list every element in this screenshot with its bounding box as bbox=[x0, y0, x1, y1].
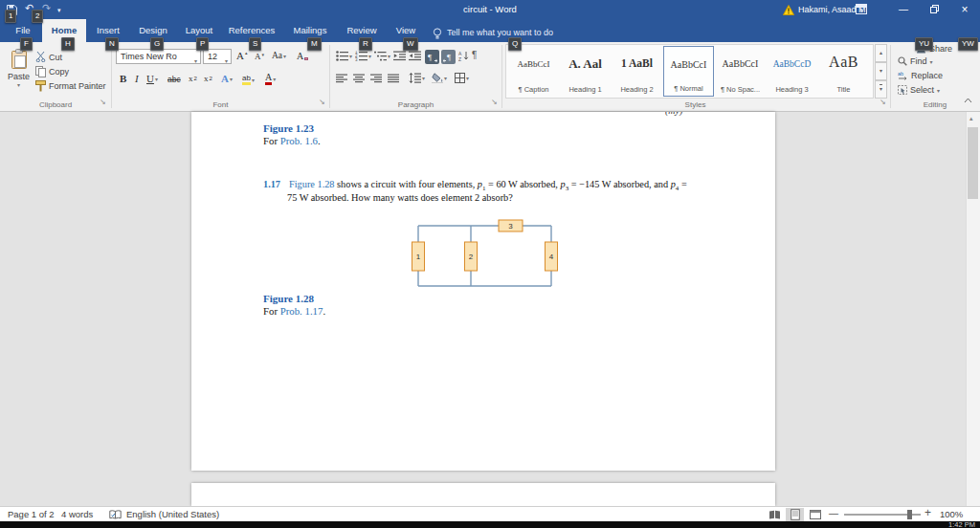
clipped-text: (my) bbox=[665, 112, 713, 116]
shrink-font-button[interactable]: A▾ bbox=[255, 52, 264, 61]
styles-dialog-launcher[interactable]: ↘ bbox=[880, 99, 886, 106]
format-painter-button[interactable]: Format Painter bbox=[35, 80, 106, 92]
superscript-button[interactable]: x2 bbox=[204, 74, 212, 83]
align-left-button[interactable] bbox=[336, 74, 347, 83]
italic-button[interactable]: I bbox=[135, 73, 139, 84]
font-dialog-launcher[interactable]: ↘ bbox=[319, 99, 325, 106]
styles-scroll-down-button[interactable]: ▾ bbox=[875, 62, 887, 80]
zoom-in-button[interactable]: + bbox=[924, 507, 931, 518]
zoom-out-button[interactable]: — bbox=[829, 508, 838, 519]
find-button[interactable]: Find ▾ bbox=[898, 56, 933, 66]
font-name-select[interactable]: Times New Ro▾ bbox=[116, 49, 201, 64]
subscript-number: 2 bbox=[194, 76, 197, 81]
keytip-file: F bbox=[20, 37, 33, 51]
paragraph-dialog-launcher[interactable]: ↘ bbox=[491, 99, 498, 106]
keytip-share-a: YU bbox=[915, 37, 933, 51]
paste-button[interactable]: Paste ▾ bbox=[3, 45, 34, 99]
numbering-button[interactable]: 123 ▾ bbox=[355, 51, 371, 61]
problem-number: 1.17 bbox=[263, 179, 280, 189]
paint-bucket-icon bbox=[432, 73, 443, 83]
proofing-button[interactable] bbox=[109, 510, 122, 519]
minimize-button[interactable]: — bbox=[888, 0, 919, 19]
style-title[interactable]: AaB Title bbox=[818, 46, 869, 97]
borders-button[interactable]: ▾ bbox=[455, 73, 469, 83]
prob-1-17-link[interactable]: Prob. 1.17 bbox=[280, 305, 323, 317]
style-heading1[interactable]: A. Aal Heading 1 bbox=[560, 46, 611, 97]
decrease-indent-button[interactable] bbox=[393, 51, 406, 61]
underline-button[interactable]: U▾ bbox=[146, 73, 158, 84]
chevron-down-icon: ▾ bbox=[368, 53, 371, 59]
sort-button[interactable]: AZ bbox=[458, 51, 469, 61]
line-spacing-button[interactable]: ▾ bbox=[409, 73, 425, 83]
font-size-select[interactable]: 12▾ bbox=[203, 49, 232, 64]
style-preview: 1 AaBl bbox=[612, 57, 662, 69]
ribbon-display-options-button[interactable] bbox=[856, 4, 867, 14]
rtl-direction-button[interactable]: ¶ bbox=[441, 50, 456, 64]
change-case-button[interactable]: Aa▾ bbox=[272, 51, 286, 60]
bold-button[interactable]: B bbox=[120, 73, 126, 84]
style-heading3[interactable]: AaBbCcD Heading 3 bbox=[767, 46, 817, 97]
shading-button[interactable]: ▾ bbox=[432, 73, 447, 83]
text-effects-label: A bbox=[221, 73, 229, 84]
clipboard-dialog-launcher[interactable]: ↘ bbox=[100, 99, 106, 106]
group-separator bbox=[501, 45, 502, 108]
font-color-button[interactable]: A▾ bbox=[265, 73, 276, 85]
print-layout-button[interactable] bbox=[786, 508, 804, 521]
figure-1-28-link[interactable]: Figure 1.28 bbox=[289, 179, 334, 189]
cut-button[interactable]: Cut bbox=[35, 52, 62, 62]
scroll-up-arrow[interactable]: ▴ bbox=[969, 115, 973, 122]
replace-button[interactable]: ab Replace bbox=[898, 71, 943, 80]
svg-text:ab: ab bbox=[898, 71, 903, 77]
minimize-icon: — bbox=[899, 4, 908, 14]
prob-1-6-link[interactable]: Prob. 1.6 bbox=[280, 135, 318, 146]
decrease-indent-icon bbox=[393, 51, 406, 61]
multilevel-list-button[interactable]: ▾ bbox=[374, 51, 390, 61]
style-label: ¶ Normal bbox=[665, 84, 712, 93]
svg-text:3: 3 bbox=[355, 57, 358, 61]
align-justify-button[interactable] bbox=[388, 74, 399, 83]
word-count[interactable]: 4 words bbox=[61, 509, 93, 520]
caption-text: . bbox=[318, 135, 321, 146]
format-painter-label: Format Painter bbox=[49, 81, 106, 91]
subscript-button[interactable]: x2 bbox=[189, 74, 197, 83]
zoom-slider-thumb[interactable] bbox=[907, 510, 912, 519]
copy-button[interactable]: Copy bbox=[35, 66, 69, 77]
restore-button[interactable] bbox=[919, 0, 949, 19]
align-center-button[interactable] bbox=[353, 74, 365, 83]
cut-icon bbox=[35, 52, 46, 62]
strikethrough-button[interactable]: abc bbox=[167, 75, 181, 84]
ltr-direction-button[interactable]: ¶ bbox=[425, 50, 439, 64]
keytip-layout: P bbox=[196, 37, 209, 51]
scrollbar-thumb[interactable] bbox=[968, 127, 978, 199]
font-name-value: Times New Ro bbox=[121, 52, 177, 61]
web-layout-button[interactable] bbox=[806, 508, 824, 521]
show-hide-formatting-button[interactable]: ¶ bbox=[472, 50, 477, 60]
close-button[interactable]: × bbox=[949, 0, 980, 19]
proofing-book-icon bbox=[109, 510, 122, 519]
bullets-button[interactable]: ▾ bbox=[336, 51, 352, 61]
chevron-down-icon: ▾ bbox=[444, 75, 447, 81]
increase-indent-button[interactable] bbox=[409, 51, 421, 61]
clear-formatting-button[interactable]: A bbox=[297, 51, 308, 61]
styles-gallery: AaBbCcI ¶ Caption A. Aal Heading 1 1 AaB… bbox=[505, 44, 874, 99]
page-indicator[interactable]: Page 1 of 2 bbox=[8, 509, 55, 520]
style-caption[interactable]: AaBbCcI ¶ Caption bbox=[508, 46, 559, 97]
styles-scroll-up-button[interactable]: ▴ bbox=[875, 44, 887, 62]
align-right-button[interactable] bbox=[370, 74, 382, 83]
language-indicator[interactable]: English (United States) bbox=[126, 509, 219, 520]
collapse-ribbon-button[interactable] bbox=[964, 98, 972, 103]
read-mode-button[interactable] bbox=[766, 508, 784, 521]
highlight-color-button[interactable]: ab▾ bbox=[242, 74, 255, 85]
zoom-level[interactable]: 100% bbox=[940, 509, 963, 520]
style-normal[interactable]: AaBbCcI ¶ Normal bbox=[663, 46, 714, 97]
figure-1-23-caption: For Prob. 1.6. bbox=[263, 135, 321, 146]
style-no-spacing[interactable]: AaBbCcI ¶ No Spac... bbox=[715, 46, 766, 97]
style-heading2[interactable]: 1 AaBl Heading 2 bbox=[612, 46, 662, 97]
select-button[interactable]: Select ▾ bbox=[898, 85, 940, 95]
ribbon-display-options-icon bbox=[856, 4, 867, 14]
text-effects-button[interactable]: A▾ bbox=[221, 73, 233, 84]
line-spacing-icon bbox=[409, 73, 421, 83]
grow-font-button[interactable]: A▴ bbox=[236, 50, 247, 61]
ltr-direction-icon: ¶ bbox=[425, 50, 439, 64]
styles-more-button[interactable]: ▾ bbox=[875, 80, 887, 99]
